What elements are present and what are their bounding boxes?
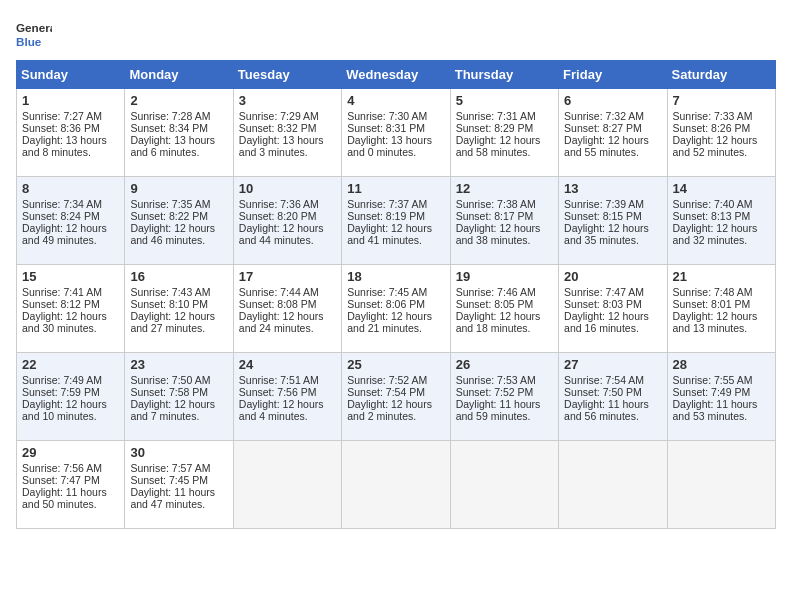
- calendar-cell-empty: [450, 441, 558, 529]
- sunset: Sunset: 8:10 PM: [130, 298, 208, 310]
- day-number: 15: [22, 269, 119, 284]
- day-number: 14: [673, 181, 770, 196]
- calendar-cell-16: 16Sunrise: 7:43 AMSunset: 8:10 PMDayligh…: [125, 265, 233, 353]
- calendar-cell-3: 3Sunrise: 7:29 AMSunset: 8:32 PMDaylight…: [233, 89, 341, 177]
- sunrise: Sunrise: 7:34 AM: [22, 198, 102, 210]
- calendar-cell-4: 4Sunrise: 7:30 AMSunset: 8:31 PMDaylight…: [342, 89, 450, 177]
- calendar-week-4: 22Sunrise: 7:49 AMSunset: 7:59 PMDayligh…: [17, 353, 776, 441]
- day-number: 21: [673, 269, 770, 284]
- calendar-cell-22: 22Sunrise: 7:49 AMSunset: 7:59 PMDayligh…: [17, 353, 125, 441]
- col-sunday: Sunday: [17, 61, 125, 89]
- sunrise: Sunrise: 7:33 AM: [673, 110, 753, 122]
- calendar-cell-29: 29Sunrise: 7:56 AMSunset: 7:47 PMDayligh…: [17, 441, 125, 529]
- calendar-cell-8: 8Sunrise: 7:34 AMSunset: 8:24 PMDaylight…: [17, 177, 125, 265]
- daylight: Daylight: 12 hours and 16 minutes.: [564, 310, 649, 334]
- sunset: Sunset: 8:27 PM: [564, 122, 642, 134]
- sunset: Sunset: 8:19 PM: [347, 210, 425, 222]
- day-number: 10: [239, 181, 336, 196]
- sunset: Sunset: 7:58 PM: [130, 386, 208, 398]
- calendar-cell-14: 14Sunrise: 7:40 AMSunset: 8:13 PMDayligh…: [667, 177, 775, 265]
- sunset: Sunset: 8:22 PM: [130, 210, 208, 222]
- calendar-cell-5: 5Sunrise: 7:31 AMSunset: 8:29 PMDaylight…: [450, 89, 558, 177]
- sunrise: Sunrise: 7:53 AM: [456, 374, 536, 386]
- sunset: Sunset: 8:32 PM: [239, 122, 317, 134]
- sunrise: Sunrise: 7:41 AM: [22, 286, 102, 298]
- daylight: Daylight: 12 hours and 18 minutes.: [456, 310, 541, 334]
- day-number: 29: [22, 445, 119, 460]
- logo: General Blue: [16, 16, 52, 52]
- sunset: Sunset: 7:59 PM: [22, 386, 100, 398]
- sunrise: Sunrise: 7:44 AM: [239, 286, 319, 298]
- calendar-week-2: 8Sunrise: 7:34 AMSunset: 8:24 PMDaylight…: [17, 177, 776, 265]
- calendar-cell-13: 13Sunrise: 7:39 AMSunset: 8:15 PMDayligh…: [559, 177, 667, 265]
- daylight: Daylight: 12 hours and 27 minutes.: [130, 310, 215, 334]
- day-number: 16: [130, 269, 227, 284]
- sunset: Sunset: 7:56 PM: [239, 386, 317, 398]
- col-tuesday: Tuesday: [233, 61, 341, 89]
- sunset: Sunset: 7:54 PM: [347, 386, 425, 398]
- calendar-week-3: 15Sunrise: 7:41 AMSunset: 8:12 PMDayligh…: [17, 265, 776, 353]
- daylight: Daylight: 13 hours and 0 minutes.: [347, 134, 432, 158]
- calendar-cell-empty: [667, 441, 775, 529]
- day-number: 9: [130, 181, 227, 196]
- day-number: 6: [564, 93, 661, 108]
- day-number: 19: [456, 269, 553, 284]
- day-number: 30: [130, 445, 227, 460]
- calendar-cell-30: 30Sunrise: 7:57 AMSunset: 7:45 PMDayligh…: [125, 441, 233, 529]
- calendar-week-1: 1Sunrise: 7:27 AMSunset: 8:36 PMDaylight…: [17, 89, 776, 177]
- sunset: Sunset: 8:01 PM: [673, 298, 751, 310]
- calendar-cell-empty: [559, 441, 667, 529]
- calendar-cell-27: 27Sunrise: 7:54 AMSunset: 7:50 PMDayligh…: [559, 353, 667, 441]
- day-number: 20: [564, 269, 661, 284]
- daylight: Daylight: 12 hours and 44 minutes.: [239, 222, 324, 246]
- sunrise: Sunrise: 7:35 AM: [130, 198, 210, 210]
- col-thursday: Thursday: [450, 61, 558, 89]
- calendar-cell-20: 20Sunrise: 7:47 AMSunset: 8:03 PMDayligh…: [559, 265, 667, 353]
- sunrise: Sunrise: 7:43 AM: [130, 286, 210, 298]
- daylight: Daylight: 12 hours and 49 minutes.: [22, 222, 107, 246]
- day-number: 25: [347, 357, 444, 372]
- sunset: Sunset: 8:06 PM: [347, 298, 425, 310]
- sunrise: Sunrise: 7:48 AM: [673, 286, 753, 298]
- sunrise: Sunrise: 7:38 AM: [456, 198, 536, 210]
- sunset: Sunset: 8:36 PM: [22, 122, 100, 134]
- sunrise: Sunrise: 7:49 AM: [22, 374, 102, 386]
- daylight: Daylight: 12 hours and 2 minutes.: [347, 398, 432, 422]
- sunset: Sunset: 8:34 PM: [130, 122, 208, 134]
- sunrise: Sunrise: 7:57 AM: [130, 462, 210, 474]
- header-row: Sunday Monday Tuesday Wednesday Thursday…: [17, 61, 776, 89]
- daylight: Daylight: 12 hours and 55 minutes.: [564, 134, 649, 158]
- sunset: Sunset: 8:12 PM: [22, 298, 100, 310]
- sunset: Sunset: 8:24 PM: [22, 210, 100, 222]
- calendar-cell-11: 11Sunrise: 7:37 AMSunset: 8:19 PMDayligh…: [342, 177, 450, 265]
- day-number: 23: [130, 357, 227, 372]
- calendar-cell-19: 19Sunrise: 7:46 AMSunset: 8:05 PMDayligh…: [450, 265, 558, 353]
- sunrise: Sunrise: 7:30 AM: [347, 110, 427, 122]
- day-number: 28: [673, 357, 770, 372]
- calendar-week-5: 29Sunrise: 7:56 AMSunset: 7:47 PMDayligh…: [17, 441, 776, 529]
- day-number: 1: [22, 93, 119, 108]
- sunrise: Sunrise: 7:52 AM: [347, 374, 427, 386]
- sunrise: Sunrise: 7:31 AM: [456, 110, 536, 122]
- daylight: Daylight: 12 hours and 58 minutes.: [456, 134, 541, 158]
- calendar-cell-24: 24Sunrise: 7:51 AMSunset: 7:56 PMDayligh…: [233, 353, 341, 441]
- col-saturday: Saturday: [667, 61, 775, 89]
- sunrise: Sunrise: 7:56 AM: [22, 462, 102, 474]
- sunrise: Sunrise: 7:37 AM: [347, 198, 427, 210]
- logo-icon: General Blue: [16, 16, 52, 52]
- sunrise: Sunrise: 7:46 AM: [456, 286, 536, 298]
- day-number: 27: [564, 357, 661, 372]
- calendar-cell-18: 18Sunrise: 7:45 AMSunset: 8:06 PMDayligh…: [342, 265, 450, 353]
- sunset: Sunset: 8:17 PM: [456, 210, 534, 222]
- day-number: 18: [347, 269, 444, 284]
- sunset: Sunset: 8:15 PM: [564, 210, 642, 222]
- day-number: 8: [22, 181, 119, 196]
- day-number: 12: [456, 181, 553, 196]
- daylight: Daylight: 12 hours and 21 minutes.: [347, 310, 432, 334]
- sunset: Sunset: 8:26 PM: [673, 122, 751, 134]
- daylight: Daylight: 12 hours and 7 minutes.: [130, 398, 215, 422]
- day-number: 11: [347, 181, 444, 196]
- day-number: 7: [673, 93, 770, 108]
- sunrise: Sunrise: 7:32 AM: [564, 110, 644, 122]
- sunset: Sunset: 8:29 PM: [456, 122, 534, 134]
